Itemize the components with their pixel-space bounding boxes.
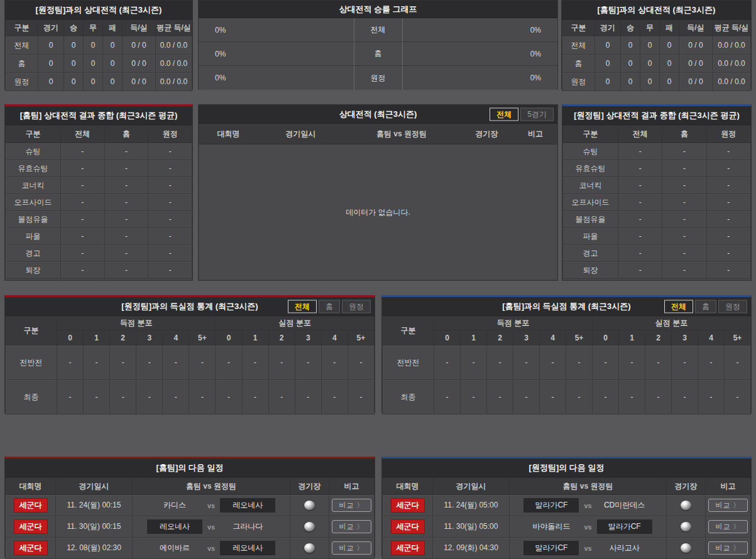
matchup: 카디스vs레오네사 <box>133 498 290 513</box>
schedule-row[interactable]: 세군다 11. 24(월) 00:15 카디스vs레오네사 비교 〉 <box>6 495 375 516</box>
cell: - <box>104 245 148 262</box>
bin-header: 0 <box>57 330 84 345</box>
col-header: 득/실 <box>123 20 156 36</box>
tab-all[interactable]: 전체 <box>664 300 693 313</box>
table-row: 슈팅--- <box>563 143 751 160</box>
winrate-graph-panel: 상대전적 승률 그래프 0% 전체 0% 0% 홈 0% 0% 원정 0% <box>198 0 558 90</box>
graph-row: 0% 홈 0% <box>199 42 557 66</box>
compare-button[interactable]: 비교 〉 <box>708 541 747 555</box>
schedule-row[interactable]: 세군다 12. 08(월) 02:30 에이바르vs레오네사 비교 〉 <box>6 538 375 559</box>
stadium-icon[interactable] <box>681 543 691 553</box>
cell: 0 / 0 <box>123 73 156 91</box>
cell: - <box>618 194 662 211</box>
cell: - <box>619 380 645 415</box>
cell: - <box>84 380 110 415</box>
cell: - <box>136 345 163 380</box>
schedule-row[interactable]: 세군다 12. 09(화) 04:30 말라가CFvs사라고사 비교 〉 <box>383 538 751 559</box>
home-schedule-panel: [홈팀]의 다음 일정 대회명 경기일시 홈팀 vs 원정팀 경기장 비고 세군… <box>4 457 375 557</box>
home-team-name: 카디스 <box>147 498 202 513</box>
cell: - <box>540 345 566 380</box>
cell: - <box>163 345 189 380</box>
cell: 0 <box>64 55 84 73</box>
cell: - <box>148 160 192 177</box>
goal-stats-vs-home-panel: [홈팀]과의 득실점 통계 (최근3시즌) 전체 홈 원정 구분 득점 분포 실… <box>381 295 752 413</box>
col-header: 경기장 <box>667 478 706 495</box>
cell: - <box>566 380 593 415</box>
cell: - <box>348 380 374 415</box>
cell: - <box>619 345 645 380</box>
compare-button[interactable]: 비교 〉 <box>332 499 371 512</box>
cell: - <box>540 380 566 415</box>
cell: 0 <box>595 55 621 73</box>
cell: 0 <box>640 55 660 73</box>
tab-last5[interactable]: 5경기 <box>520 107 554 121</box>
away-schedule-panel: [원정팀]의 다음 일정 대회명 경기일시 홈팀 vs 원정팀 경기장 비고 세… <box>381 457 752 557</box>
bin-header: 4 <box>163 330 189 345</box>
bin-header: 3 <box>295 330 321 345</box>
table-row: 퇴장--- <box>563 262 751 279</box>
table-row: 오프사이드--- <box>6 194 192 211</box>
row-label: 슈팅 <box>6 143 61 160</box>
bin-header: 2 <box>645 330 672 345</box>
col-header: 득/실 <box>679 20 713 36</box>
table-row: 유효슈팅--- <box>563 160 751 177</box>
cell: - <box>321 345 348 380</box>
home-bar-track: 0% <box>199 42 354 65</box>
bin-header: 1 <box>242 330 268 345</box>
home-bar-track: 0% <box>199 66 354 90</box>
cell: - <box>148 245 192 262</box>
cell: - <box>242 380 268 415</box>
bin-header: 1 <box>84 330 110 345</box>
stadium-icon[interactable] <box>681 522 691 531</box>
tab-home[interactable]: 홈 <box>695 300 716 313</box>
stadium-icon[interactable] <box>304 501 315 510</box>
away-team-name: 레오네사 <box>220 541 275 555</box>
stadium-icon[interactable] <box>304 522 315 531</box>
cell: - <box>618 160 662 177</box>
schedule-row[interactable]: 세군다 11. 24(월) 05:00 말라가CFvsCD미란데스 비교 〉 <box>383 495 751 516</box>
goal-stats-tabs: 전체 홈 원정 <box>662 300 747 313</box>
tab-home[interactable]: 홈 <box>319 300 340 313</box>
tab-all[interactable]: 전체 <box>490 107 518 121</box>
match-datetime: 11. 24(월) 05:00 <box>433 495 510 516</box>
table-row: 슈팅--- <box>6 143 192 160</box>
compare-button[interactable]: 비교 〉 <box>708 520 747 533</box>
schedule-row[interactable]: 세군다 11. 30(일) 00:15 레오네사vs그라나다 비교 〉 <box>6 516 375 538</box>
cell: - <box>104 194 148 211</box>
goal-stats-vs-away-panel: [원정팀]과의 득실점 통계 (최근3시즌) 전체 홈 원정 구분 득점 분포 … <box>4 295 375 413</box>
cell: 0 <box>38 55 64 73</box>
col-header: 구분 <box>563 126 618 143</box>
compare-button[interactable]: 비교 〉 <box>708 499 747 512</box>
compare-button[interactable]: 비교 〉 <box>332 520 371 533</box>
panel-title: [홈팀]의 다음 일정 <box>5 459 375 477</box>
cell: - <box>461 380 487 415</box>
row-label: 홈 <box>6 55 38 73</box>
cell: 0 <box>64 36 84 55</box>
schedule-row[interactable]: 세군다 11. 30(일) 05:00 바야돌리드vs말라가CF 비교 〉 <box>383 516 751 538</box>
away-team-name: 레오네사 <box>220 498 275 513</box>
row-label: 파울 <box>563 228 618 245</box>
tab-away[interactable]: 원정 <box>718 300 747 313</box>
cell: - <box>706 143 750 160</box>
stadium-icon[interactable] <box>304 543 315 553</box>
row-label: 전체 <box>6 36 38 55</box>
col-header: 경기일시 <box>56 478 133 495</box>
stadium-icon[interactable] <box>681 501 691 510</box>
cell: 0 <box>595 73 621 91</box>
table-row: 전체 0 0 0 0 0 / 0 0.0 / 0.0 <box>562 36 751 55</box>
away-bar-track: 0% <box>403 66 558 90</box>
tab-away[interactable]: 원정 <box>342 300 371 313</box>
table-row: 파울--- <box>563 228 751 245</box>
row-label: 퇴장 <box>563 262 618 279</box>
cell: - <box>662 228 706 245</box>
cell: - <box>84 345 110 380</box>
cell: - <box>487 380 513 415</box>
table-row: 전체 0 0 0 0 0 / 0 0.0 / 0.0 <box>6 36 192 55</box>
cell: 0.0 / 0.0 <box>156 36 192 55</box>
cell: 0 <box>64 73 84 91</box>
compare-button[interactable]: 비교 〉 <box>332 541 371 555</box>
table-row: 최종 ------ ------ <box>383 380 751 415</box>
col-header: 구분 <box>562 20 595 36</box>
cell: - <box>434 345 461 380</box>
tab-all[interactable]: 전체 <box>288 300 317 313</box>
